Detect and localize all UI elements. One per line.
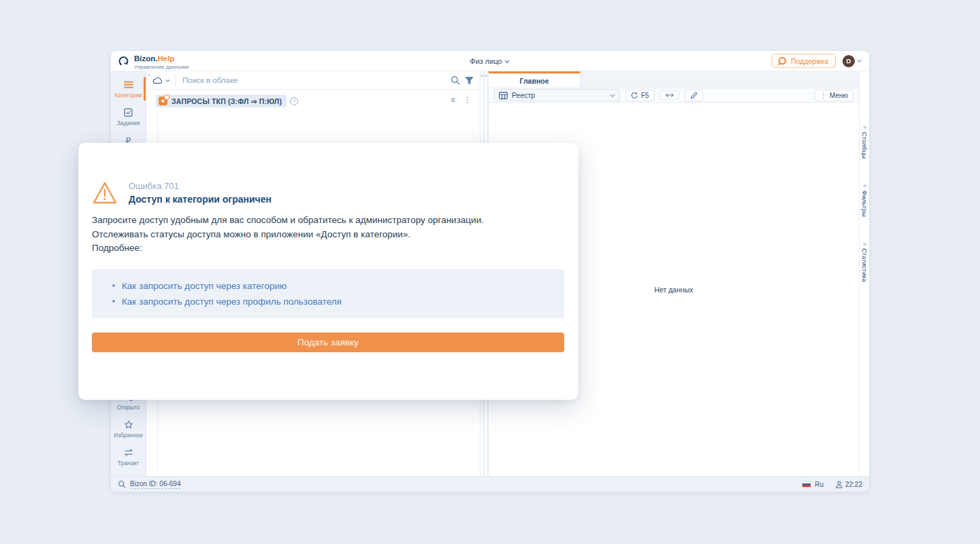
view-selector-value: Реестр [512, 91, 535, 99]
refresh-icon [631, 92, 638, 99]
sidebar-item-label: Открыто [117, 404, 140, 411]
chevron-down-icon [610, 94, 615, 97]
transfer-arrows-icon [124, 447, 133, 458]
error-description: Запросите доступ удобным для вас способо… [92, 214, 564, 256]
filters-icon: ≡ [862, 184, 867, 188]
rail-tab-columns[interactable]: ≡ Столбцы [861, 126, 868, 158]
bizon-logo-icon [118, 55, 130, 67]
sidebar-item-transit[interactable]: Транзит [111, 443, 146, 471]
error-description-line: Подробнее: [92, 241, 564, 256]
help-icon[interactable]: ? [290, 97, 298, 105]
table-icon [499, 92, 508, 99]
sidebar-item-label: Транзит [118, 460, 139, 466]
menu-button[interactable]: ⋮ Меню [815, 90, 853, 101]
search-input[interactable] [175, 74, 446, 86]
brand-subtitle: Управление данными [134, 65, 189, 70]
right-rail: ≡ Столбцы ≡ Фильтры ≡ Статистика [859, 71, 869, 476]
cloud-source-selector[interactable] [152, 77, 170, 84]
help-link-category[interactable]: Как запросить доступ через категорию [92, 278, 564, 294]
error-code: Ошибка 701 [129, 181, 272, 191]
resize-columns-button[interactable] [660, 90, 679, 100]
submit-request-button[interactable]: Подать заявку [92, 333, 564, 352]
time-label: 22:22 [845, 481, 862, 488]
star-icon [124, 420, 133, 430]
rail-tab-label: Фильтры [861, 190, 868, 217]
bullet-icon [112, 284, 115, 287]
tasks-icon [124, 107, 133, 118]
error-description-line: Отслеживать статусы доступа можно в прил… [92, 228, 564, 242]
tab-main[interactable]: Главное [489, 71, 581, 88]
rail-tab-filters[interactable]: ≡ Фильтры [861, 184, 868, 216]
sidebar-item-categories[interactable]: Категории [111, 75, 146, 103]
support-label: Поддержка [791, 57, 828, 65]
sidebar-item-label: Категории [115, 92, 142, 99]
category-row-selected[interactable]: ★ ЗАПРОСЫ ТКП (З:ФЛ ⇒ П:ЮЛ) [156, 95, 287, 107]
help-link-label: Как запросить доступ через категорию [122, 281, 287, 291]
collapse-left-icon[interactable]: « [148, 73, 150, 78]
tabs-row: Главное [489, 71, 859, 88]
help-link-label: Как запросить доступ через профиль польз… [122, 296, 342, 307]
cloud-icon [152, 77, 163, 84]
pencil-icon [690, 92, 698, 99]
user-menu[interactable]: D [843, 55, 862, 67]
support-button[interactable]: Поддержка [772, 54, 836, 68]
columns-icon: ≡ [862, 126, 867, 129]
horizontal-arrows-icon [666, 92, 674, 98]
empty-state-text: Нет данных [654, 286, 693, 294]
bizon-id[interactable]: Bizon ID: 06-694 [130, 480, 181, 489]
help-link-profile[interactable]: Как запросить доступ через профиль польз… [92, 294, 564, 309]
support-chat-icon [778, 56, 787, 65]
workspace-toolbar: Реестр F5 [489, 88, 859, 103]
edit-button[interactable] [685, 90, 703, 101]
collapse-panel-icon[interactable]: « [480, 73, 483, 78]
language-label: Ru [815, 481, 823, 488]
category-title: ЗАПРОСЫ ТКП (З:ФЛ ⇒ П:ЮЛ) [172, 97, 282, 105]
language-selector[interactable]: Ru [802, 481, 823, 488]
brand-logo[interactable]: Bizon.Help Управление данными [118, 52, 189, 70]
status-bar: Bizon ID: 06-694 Ru 22:22 [111, 476, 869, 492]
user-icon [836, 481, 843, 488]
view-selector[interactable]: Реестр [494, 89, 620, 101]
rail-tab-label: Столбцы [861, 132, 868, 158]
top-header: Bizon.Help Управление данными Физ лицо П… [111, 51, 869, 71]
search-icon[interactable] [118, 480, 126, 488]
help-links-box: Как запросить доступ через категорию Как… [92, 269, 564, 318]
rail-tab-statistics[interactable]: ≡ Статистика [861, 243, 868, 283]
tab-label: Главное [520, 77, 549, 85]
sidebar-item-favorites[interactable]: Избранное [111, 415, 146, 443]
list-view-icon[interactable]: ≡ [451, 96, 455, 104]
avatar: D [843, 55, 855, 67]
statistics-icon: ≡ [862, 243, 867, 246]
search-icon[interactable] [451, 75, 460, 85]
error-title: Доступ к категории ограничен [129, 194, 272, 205]
error-description-line: Запросите доступ удобным для вас способо… [92, 214, 564, 228]
access-error-dialog: Ошибка 701 Доступ к категории ограничен … [78, 143, 578, 400]
account-type-selector[interactable]: Физ лицо [470, 51, 510, 71]
sidebar-item-label: Задания [117, 120, 140, 126]
menu-label: Меню [830, 92, 848, 99]
session-time: 22:22 [836, 481, 862, 488]
refresh-button[interactable]: F5 [625, 90, 655, 101]
search-row [146, 71, 480, 90]
more-options-icon[interactable]: ⋮ [463, 96, 472, 104]
sidebar-item-label: Избранное [114, 432, 143, 439]
refresh-label: F5 [641, 92, 649, 99]
account-type-label: Физ лицо [470, 57, 502, 65]
category-badge-icon: ★ [159, 97, 167, 105]
chevron-down-icon [505, 60, 510, 63]
chevron-down-icon [165, 79, 170, 82]
rail-tab-label: Статистика [861, 248, 868, 282]
brand-name: Bizon.Help [134, 54, 174, 63]
expand-panel-icon[interactable]: » [485, 73, 487, 78]
warning-triangle-icon [92, 181, 118, 205]
bullet-icon [112, 300, 115, 303]
menu-icon [124, 80, 133, 90]
chevron-down-icon [857, 59, 862, 63]
sidebar-item-tasks[interactable]: Задания [111, 103, 146, 131]
russia-flag-icon [802, 481, 811, 488]
vertical-dots-icon: ⋮ [820, 92, 827, 99]
filter-icon[interactable] [465, 76, 474, 85]
